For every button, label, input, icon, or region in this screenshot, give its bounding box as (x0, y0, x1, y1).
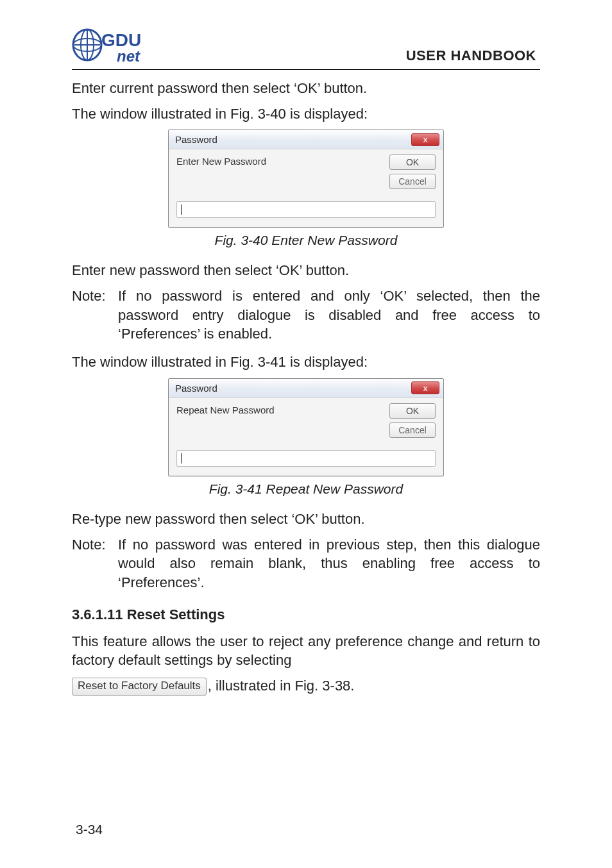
note-2-label: Note: (72, 535, 118, 592)
para-1: Enter current password then select ‘OK’ … (72, 79, 540, 98)
para-6-line2: Reset to Factory Defaults, illustrated i… (72, 676, 540, 696)
para-6: This feature allows the user to reject a… (72, 632, 540, 670)
note-1: Note: If no password is entered and only… (72, 287, 540, 344)
text-caret-2 (181, 453, 182, 463)
para-5: Re-type new password then select ‘OK’ bu… (72, 510, 540, 529)
dialog-titlebar: Password x (169, 130, 443, 149)
page: GDU net USER HANDBOOK Enter current pass… (0, 0, 612, 868)
para-4: The window illustrated in Fig. 3-41 is d… (72, 353, 540, 372)
note-2: Note: If no password was entered in prev… (72, 535, 540, 592)
dialog-content: Enter New Password OK Cancel (169, 149, 443, 227)
password-dialog-2: Password x Repeat New Password OK Cancel (168, 378, 444, 476)
para-3: Enter new password then select ‘OK’ butt… (72, 261, 540, 280)
para-2: The window illustrated in Fig. 3-40 is d… (72, 104, 540, 124)
close-icon: x (423, 135, 427, 144)
dialog-title-text-2: Password (175, 383, 217, 394)
logo-text-bottom: net (117, 47, 140, 65)
dialog-title-text: Password (175, 134, 217, 145)
ok-button[interactable]: OK (389, 154, 436, 170)
dialog-titlebar-2: Password x (169, 379, 443, 398)
dialog-button-group: OK Cancel (389, 154, 436, 189)
password-input-2[interactable] (176, 450, 436, 467)
para-6b: , illustrated in Fig. 3-38. (208, 678, 355, 694)
logo: GDU net (72, 24, 155, 67)
page-number: 3-34 (76, 822, 103, 837)
close-button-2[interactable]: x (411, 381, 439, 394)
text-caret (181, 204, 182, 215)
figure-3-40: Password x Enter New Password OK Cancel (72, 129, 540, 228)
para-6a: This feature allows the user to reject a… (72, 633, 540, 669)
section-heading: 3.6.1.11 Reset Settings (72, 606, 540, 623)
page-header: GDU net USER HANDBOOK (72, 24, 540, 67)
dialog-button-group-2: OK Cancel (389, 403, 436, 438)
password-dialog-1: Password x Enter New Password OK Cancel (168, 129, 444, 228)
figure-3-40-caption: Fig. 3-40 Enter New Password (72, 233, 540, 248)
header-title: USER HANDBOOK (406, 47, 536, 64)
note-1-body: If no password is entered and only ‘OK’ … (118, 287, 540, 344)
figure-3-41-caption: Fig. 3-41 Repeat New Password (72, 481, 540, 497)
close-button[interactable]: x (411, 133, 439, 146)
reset-to-factory-defaults-button[interactable]: Reset to Factory Defaults (72, 678, 207, 696)
password-input[interactable] (176, 201, 436, 218)
dialog-input-row-2 (176, 447, 436, 469)
note-1-label: Note: (72, 287, 118, 344)
cancel-button[interactable]: Cancel (389, 174, 436, 189)
dialog-input-row (176, 199, 436, 221)
logo-svg: GDU net (72, 24, 155, 67)
header-rule (72, 69, 540, 70)
cancel-button-2[interactable]: Cancel (389, 422, 436, 438)
note-2-body: If no password was entered in previous s… (118, 535, 540, 592)
ok-button-2[interactable]: OK (389, 403, 436, 419)
figure-3-41: Password x Repeat New Password OK Cancel (72, 378, 540, 476)
close-icon: x (423, 383, 427, 393)
dialog-content-2: Repeat New Password OK Cancel (169, 398, 443, 476)
